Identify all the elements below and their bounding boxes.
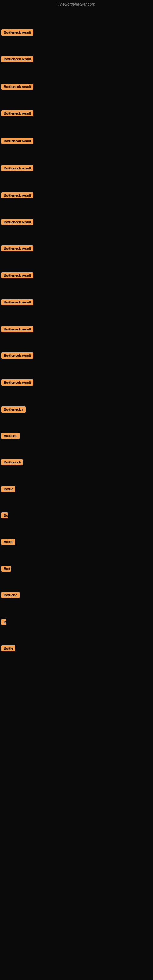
bottleneck-item-7: Bottleneck result (1, 190, 33, 205)
bottleneck-badge-5[interactable]: Bottleneck result (1, 138, 33, 144)
bottleneck-badge-8[interactable]: Bottleneck result (1, 219, 33, 225)
bottleneck-item-2: Bottleneck result (1, 54, 33, 68)
bottleneck-item-19: Bo (1, 510, 8, 525)
bottleneck-item-22: Bottlene (1, 590, 19, 604)
bottleneck-item-24: Bottle (1, 643, 15, 657)
bottleneck-item-20: Bottle (1, 536, 15, 551)
bottleneck-badge-22[interactable]: Bottlene (1, 592, 19, 598)
bottleneck-badge-21[interactable]: Bott (1, 566, 11, 572)
bottleneck-badge-14[interactable]: Bottleneck result (1, 379, 33, 385)
site-title: TheBottlenecker.com (0, 0, 153, 10)
bottleneck-badge-2[interactable]: Bottleneck result (1, 56, 33, 62)
bottleneck-item-4: Bottleneck result (1, 108, 33, 123)
bottleneck-item-21: Bott (1, 563, 11, 578)
bottleneck-item-1: Bottleneck result (1, 27, 33, 41)
bottleneck-item-8: Bottleneck result (1, 216, 33, 231)
bottleneck-badge-20[interactable]: Bottle (1, 539, 15, 545)
bottleneck-item-23: B (1, 616, 6, 631)
bottleneck-item-9: Bottleneck result (1, 243, 33, 258)
bottleneck-badge-3[interactable]: Bottleneck result (1, 84, 33, 90)
bottleneck-badge-7[interactable]: Bottleneck result (1, 192, 33, 199)
bottleneck-badge-13[interactable]: Bottleneck result (1, 353, 33, 359)
bottleneck-item-17: Bottleneck (1, 457, 22, 471)
bottleneck-badge-16[interactable]: Bottlene (1, 433, 19, 439)
bottleneck-item-11: Bottleneck result (1, 297, 33, 312)
bottleneck-badge-24[interactable]: Bottle (1, 645, 15, 651)
bottleneck-badge-23[interactable]: B (1, 619, 6, 625)
bottleneck-item-15: Bottleneck r (1, 404, 26, 418)
bottleneck-badge-11[interactable]: Bottleneck result (1, 299, 33, 305)
bottleneck-item-5: Bottleneck result (1, 135, 33, 150)
bottleneck-item-16: Bottlene (1, 430, 19, 445)
bottleneck-item-3: Bottleneck result (1, 81, 33, 96)
bottleneck-badge-9[interactable]: Bottleneck result (1, 245, 33, 251)
bottleneck-badge-17[interactable]: Bottleneck (1, 459, 22, 465)
bottleneck-badge-15[interactable]: Bottleneck r (1, 406, 26, 412)
bottleneck-badge-18[interactable]: Bottle (1, 486, 15, 492)
bottleneck-badge-6[interactable]: Bottleneck result (1, 165, 33, 171)
bottleneck-item-12: Bottleneck result (1, 324, 33, 339)
bottleneck-item-14: Bottleneck result (1, 377, 33, 392)
bottleneck-item-18: Bottle (1, 484, 15, 498)
bottleneck-item-13: Bottleneck result (1, 350, 33, 365)
bottleneck-badge-12[interactable]: Bottleneck result (1, 326, 33, 332)
bottleneck-badge-4[interactable]: Bottleneck result (1, 110, 33, 116)
bottleneck-badge-19[interactable]: Bo (1, 512, 8, 519)
items-container: Bottleneck resultBottleneck resultBottle… (0, 10, 153, 980)
bottleneck-badge-1[interactable]: Bottleneck result (1, 29, 33, 35)
bottleneck-badge-10[interactable]: Bottleneck result (1, 272, 33, 278)
bottleneck-item-10: Bottleneck result (1, 270, 33, 285)
bottleneck-item-6: Bottleneck result (1, 162, 33, 177)
